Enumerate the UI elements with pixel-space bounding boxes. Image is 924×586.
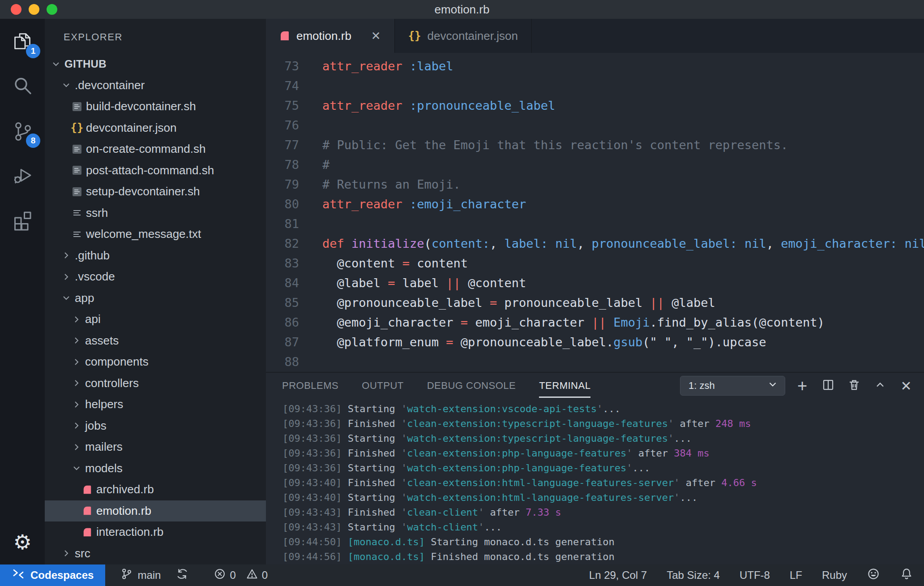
indentation-indicator[interactable]: Tab Size: 4 — [667, 569, 720, 582]
feedback-button[interactable] — [867, 567, 880, 583]
panel-tab-output[interactable]: OUTPUT — [362, 373, 403, 399]
tree-item-label: src — [75, 547, 90, 560]
tree-item-devcontainer-json[interactable]: {}devcontainer.json — [45, 117, 266, 139]
tree-item-components[interactable]: components — [45, 351, 266, 373]
terminal-line: [09:43:43] Starting 'watch-client'... — [282, 520, 924, 534]
warning-icon — [246, 568, 258, 583]
chevron-right-icon — [60, 547, 73, 560]
line-number: 74 — [266, 76, 299, 96]
branch-icon — [120, 568, 133, 583]
maximize-panel-button[interactable] — [871, 377, 889, 395]
tree-item-github[interactable]: GITHUB — [45, 53, 266, 75]
tree-item-interaction-rb[interactable]: interaction.rb — [45, 521, 266, 543]
tree-item--devcontainer[interactable]: .devcontainer — [45, 75, 266, 96]
problems-indicator[interactable]: 0 0 — [214, 568, 274, 583]
panel-header: PROBLEMS OUTPUT DEBUG CONSOLE TERMINAL 1… — [266, 373, 924, 399]
tree-item-app[interactable]: app — [45, 288, 266, 309]
text-file-icon — [70, 228, 84, 241]
kill-terminal-button[interactable] — [845, 377, 863, 395]
line-number: 73 — [266, 56, 299, 76]
line-number: 85 — [266, 293, 299, 313]
gear-icon: ⚙ — [13, 530, 31, 554]
tree-item-label: app — [75, 291, 94, 305]
terminal-shell-label: 1: zsh — [689, 380, 767, 392]
split-terminal-button[interactable] — [819, 377, 837, 395]
tree-item-label: post-attach-command.sh — [86, 164, 214, 177]
tree-item-helpers[interactable]: helpers — [45, 394, 266, 415]
source-control-view-button[interactable]: 8 — [0, 108, 45, 153]
tree-item-label: helpers — [85, 397, 123, 411]
code-line-74: 74 — [266, 76, 924, 96]
tree-item-controllers[interactable]: controllers — [45, 373, 266, 394]
terminal-line: [09:43:36] Starting 'watch-extension:typ… — [282, 431, 924, 446]
tree-item-api[interactable]: api — [45, 309, 266, 330]
close-tab-icon[interactable]: ✕ — [371, 29, 381, 43]
tree-item-welcome-message-txt[interactable]: welcome_message.txt — [45, 224, 266, 245]
terminal-shell-dropdown[interactable]: 1: zsh — [680, 376, 785, 396]
codespaces-label: Codespaces — [30, 569, 94, 582]
tab-label: devcontainer.json — [428, 29, 518, 43]
search-view-button[interactable] — [0, 64, 45, 108]
new-terminal-button[interactable]: + — [793, 377, 811, 395]
cursor-position[interactable]: Ln 29, Col 7 — [589, 569, 647, 582]
ruby-file-icon — [80, 526, 94, 539]
panel-tab-terminal[interactable]: TERMINAL — [539, 373, 590, 399]
branch-indicator[interactable]: main — [120, 568, 161, 583]
tree-item-label: interaction.rb — [96, 525, 163, 539]
tree-item-label: .github — [75, 249, 110, 263]
tree-item-label: ssrh — [86, 206, 108, 220]
tree-item--github[interactable]: .github — [45, 245, 266, 267]
tree-item-src[interactable]: src — [45, 543, 266, 564]
code-line-83: 83 @content = content — [266, 254, 924, 273]
language-mode[interactable]: Ruby — [822, 569, 847, 582]
eol-indicator[interactable]: LF — [790, 569, 802, 582]
tab-devcontainer-json[interactable]: {} devcontainer.json — [395, 19, 532, 53]
tree-item-setup-devcontainer-sh[interactable]: setup-devcontainer.sh — [45, 181, 266, 203]
chevron-down-icon — [767, 379, 779, 393]
tree-item-mailers[interactable]: mailers — [45, 436, 266, 458]
tree-item-ssrh[interactable]: ssrh — [45, 203, 266, 224]
tree-item-post-attach-command-sh[interactable]: post-attach-command.sh — [45, 160, 266, 181]
terminal-output[interactable]: [09:43:36] Starting 'watch-extension:vsc… — [266, 399, 924, 564]
tree-item-models[interactable]: models — [45, 458, 266, 479]
panel-tab-debug-console[interactable]: DEBUG CONSOLE — [427, 373, 516, 399]
tree-item-archived-rb[interactable]: archived.rb — [45, 479, 266, 500]
split-icon — [821, 378, 835, 393]
shell-file-icon — [70, 100, 84, 113]
tree-item-assets[interactable]: assets — [45, 330, 266, 352]
tree-item-jobs[interactable]: jobs — [45, 415, 266, 437]
tree-item-build-devcontainer-sh[interactable]: build-devcontainer.sh — [45, 96, 266, 117]
line-number: 80 — [266, 194, 299, 214]
line-number: 86 — [266, 313, 299, 332]
panel-tab-problems[interactable]: PROBLEMS — [282, 373, 338, 399]
run-debug-view-button[interactable] — [0, 153, 45, 198]
window-title: emotion.rb — [0, 3, 924, 17]
source-control-badge: 8 — [26, 134, 40, 148]
encoding-indicator[interactable]: UTF-8 — [740, 569, 770, 582]
tree-item-label: GITHUB — [64, 58, 107, 70]
close-panel-button[interactable]: ✕ — [897, 377, 915, 395]
chevron-right-icon — [70, 313, 83, 326]
settings-gear-button[interactable]: ⚙ — [0, 520, 45, 564]
code-editor[interactable]: 73attr_reader :label7475attr_reader :pro… — [266, 53, 924, 372]
line-number: 82 — [266, 234, 299, 254]
terminal-line: [09:43:40] Finished 'clean-extension:htm… — [282, 475, 924, 490]
tree-item-on-create-command-sh[interactable]: on-create-command.sh — [45, 138, 266, 160]
codespaces-remote-button[interactable]: Codespaces — [0, 564, 105, 586]
sync-changes-button[interactable] — [176, 568, 188, 583]
explorer-view-button[interactable]: 1 — [0, 19, 45, 64]
status-bar: Codespaces main — [0, 564, 924, 586]
tree-item--vscode[interactable]: .vscode — [45, 266, 266, 288]
tree-item-label: emotion.rb — [96, 504, 151, 518]
smiley-icon — [867, 567, 880, 583]
tree-item-label: on-create-command.sh — [86, 142, 205, 156]
tree-item-label: api — [85, 312, 101, 326]
sync-icon — [176, 568, 188, 583]
chevron-right-icon — [60, 249, 73, 262]
extensions-view-button[interactable] — [0, 198, 45, 243]
explorer-sidebar: EXPLORER GITHUB.devcontainerbuild-devcon… — [45, 19, 266, 564]
tree-item-emotion-rb[interactable]: emotion.rb — [45, 500, 266, 522]
line-number: 81 — [266, 214, 299, 234]
notifications-button[interactable] — [900, 567, 913, 583]
tab-emotion-rb[interactable]: emotion.rb ✕ — [266, 19, 395, 53]
